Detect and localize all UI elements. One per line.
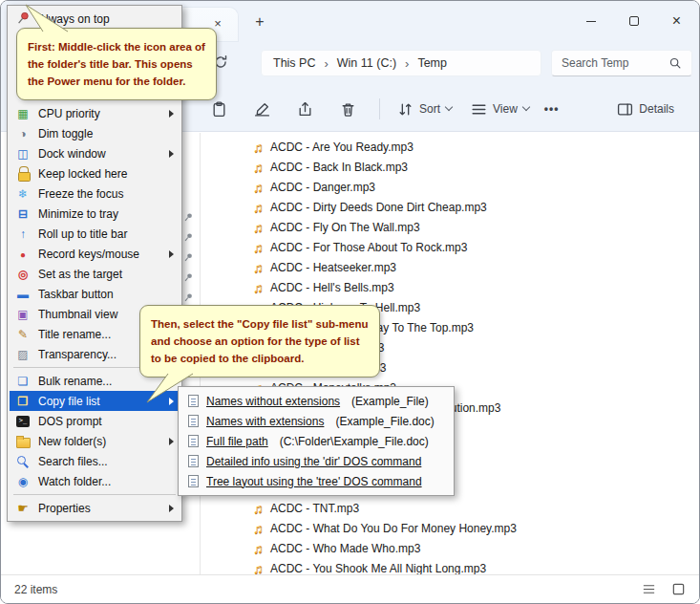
pinned-pin-icon [183,292,194,303]
menu-item-cpu-priority[interactable]: CPU priority [10,103,180,123]
menu-item-dim-toggle[interactable]: Dim toggle [10,123,180,143]
file-row[interactable]: ACDC - Who Made Who.mp3 [201,540,699,558]
file-row[interactable]: ACDC - For Those About To Rock.mp3 [201,239,699,257]
pointing-hand-icon [15,501,31,516]
pages-icon [15,374,31,389]
share-button[interactable] [286,93,324,125]
submenu-item-tree-layout[interactable]: Tree layout using the 'tree' DOS command [180,471,452,491]
menu-item-new-folders[interactable]: New folder(s) [10,431,180,451]
mp3-file-icon [250,260,265,275]
copy-list-icon [15,394,31,409]
large-icons-view-toggle-icon[interactable] [671,582,686,596]
callout-step1: First: Middle-click the icon area of the… [16,28,217,100]
breadcrumb[interactable]: This PC › Win 11 (C:) › Temp [261,50,541,76]
toolbar-divider [379,98,380,119]
document-icon [188,475,199,487]
view-button[interactable]: View [461,93,539,125]
file-row[interactable]: ACDC - TNT.mp3 [201,500,699,518]
target-icon [15,267,31,282]
console-icon [15,414,31,429]
rename-button[interactable] [243,93,281,125]
view-icon [471,101,487,118]
menu-item-taskbar-button[interactable]: Taskbar button [10,284,180,304]
mp3-file-icon [250,521,265,536]
mp3-file-icon [250,240,265,255]
dock-icon [15,146,31,162]
new-tab-button[interactable]: + [249,11,270,32]
file-row[interactable]: ACDC - Are You Ready.mp3 [201,139,699,157]
breadcrumb-folder[interactable]: Temp [417,56,447,70]
details-button[interactable]: Details [607,93,684,125]
rename-icon [254,101,270,118]
list-view-toggle-icon[interactable] [642,582,656,596]
menu-item-freeze-the-focus[interactable]: Freeze the focus [10,183,180,204]
sort-label: Sort [419,102,440,116]
breadcrumb-drive[interactable]: Win 11 (C:) [337,56,396,70]
document-icon [188,455,199,467]
mp3-file-icon [250,140,265,155]
menu-item-watch-folder[interactable]: Watch folder... [10,471,180,491]
menu-item-properties[interactable]: Properties [10,498,180,518]
mp3-file-icon [250,200,265,215]
menu-item-record-keys-mouse[interactable]: Record keys/mouse [10,244,180,264]
maximize-icon [629,16,639,26]
file-row[interactable]: ACDC - What Do You Do For Money Honey.mp… [201,520,699,538]
file-row[interactable]: ACDC - Heatseeker.mp3 [201,259,699,277]
submenu-arrow-icon [169,438,174,445]
menu-item-minimize-to-tray[interactable]: Minimize to tray [10,204,180,224]
submenu-arrow-icon [169,250,174,258]
taskbar-icon [15,287,31,302]
search-icon [668,56,682,70]
status-bar: 22 items [1,574,699,603]
mp3-file-icon [250,180,265,195]
submenu-item-names-with-extensions[interactable]: Names with extensions (Example_File.doc) [180,411,452,431]
menu-item-dock-window[interactable]: Dock window [10,143,180,163]
document-icon [188,435,199,447]
copy-file-list-submenu: Names without extensions (Example_File) … [178,386,455,496]
sort-icon [397,101,414,118]
delete-button[interactable] [329,93,367,125]
submenu-arrow-icon [169,505,174,512]
mp3-file-icon [250,160,265,175]
breadcrumb-this-pc[interactable]: This PC [273,56,315,70]
view-label: View [493,102,518,116]
menu-item-dos-prompt[interactable]: DOS prompt [10,411,180,431]
explorer-window: × + × This PC › Win 11 (C:) › Temp Searc… [0,0,700,604]
transparency-icon [15,347,31,362]
submenu-item-names-without-extensions[interactable]: Names without extensions (Example_File) [180,391,452,411]
file-row[interactable]: ACDC - Danger.mp3 [201,179,699,197]
search-placeholder: Search Temp [562,56,668,70]
file-row[interactable]: ACDC - Hell's Bells.mp3 [201,279,699,297]
chevron-right-icon: › [405,56,409,71]
paste-icon [211,101,227,118]
record-icon [15,247,31,262]
callout-tail-icon [139,371,197,405]
mp3-file-icon [250,501,265,516]
file-row[interactable]: ACDC - Dirty Deeds Done Dirt Cheap.mp3 [201,199,699,217]
file-row[interactable]: ACDC - Back In Black.mp3 [201,159,699,177]
share-icon [297,101,313,118]
sort-button[interactable]: Sort [388,93,461,125]
magnifier-icon [15,454,31,469]
mp3-file-icon [250,541,265,556]
submenu-item-detailed-info-dir[interactable]: Detailed info using the 'dir' DOS comman… [180,451,452,471]
item-count: 22 items [14,583,57,596]
chevron-right-icon: › [324,56,328,71]
window-controls: × [569,2,698,40]
close-button[interactable]: × [655,2,698,40]
menu-item-keep-locked-here[interactable]: Keep locked here [10,163,180,183]
thumbnail-icon [15,307,31,322]
menu-item-roll-up-to-title-bar[interactable]: Roll up to title bar [10,224,180,244]
search-input[interactable]: Search Temp [551,50,692,76]
dim-icon [15,126,31,141]
see-more-button[interactable]: ••• [544,102,560,116]
menu-item-set-as-the-target[interactable]: Set as the target [10,264,180,284]
file-row[interactable]: ACDC - Fly On The Wall.mp3 [201,219,699,237]
minimize-button[interactable] [569,2,612,40]
maximize-button[interactable] [612,2,655,40]
submenu-arrow-icon [169,150,174,158]
menu-item-search-files[interactable]: Search files... [10,451,180,471]
submenu-item-full-file-path[interactable]: Full file path (C:\Folder\Example_File.d… [180,431,452,451]
minimize-icon [586,21,596,22]
trash-icon [340,101,356,118]
